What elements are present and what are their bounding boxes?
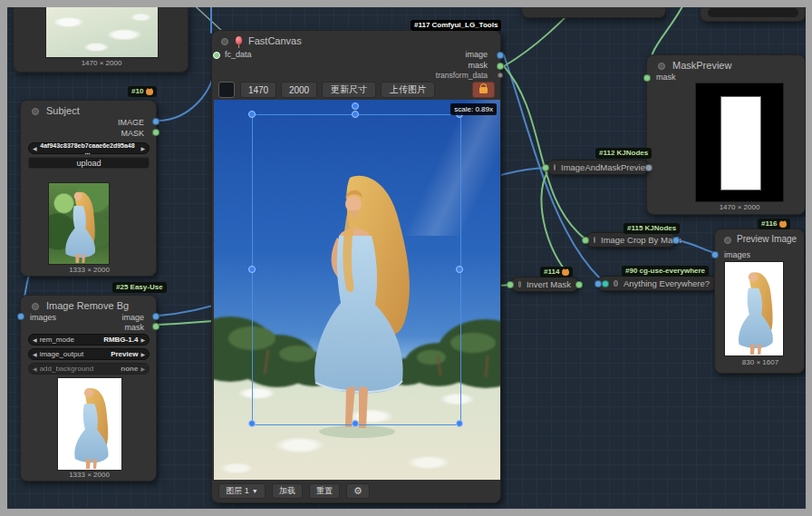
node-title: Image Crop By Mask [601, 235, 682, 245]
load-button[interactable]: 加载 [272, 483, 303, 499]
node-fastcanvas[interactable]: FastCanvas fc_data image mask transform_… [211, 30, 501, 503]
water-texture-preview [46, 7, 158, 57]
lock-icon [479, 87, 488, 93]
invert-input-dot[interactable] [507, 281, 514, 288]
input-dot-mask[interactable] [643, 74, 651, 82]
rem-mode-combo[interactable]: ◀ rem_mode RMBG-1.4 ▶ [28, 334, 150, 346]
scale-indicator: scale: 0.89x [450, 103, 497, 115]
node-water-crop-preview[interactable]: 1470 × 2000 [13, 5, 188, 73]
badge-text: #114 [544, 268, 559, 277]
widget-value: RMBG-1.4 [74, 336, 139, 344]
output-dot-mask[interactable] [152, 323, 160, 330]
badge-text: #10 [131, 87, 143, 96]
node-cutoff-top-right[interactable] [700, 5, 806, 22]
output-label-mask: mask [468, 61, 488, 70]
handle-mid-right[interactable] [456, 266, 463, 273]
handle-top-center[interactable] [352, 111, 359, 118]
removebg-figure-art [58, 378, 121, 470]
crop-output-dot[interactable] [672, 237, 680, 244]
output-label-image: IMAGE [118, 118, 144, 127]
iamp-output-dot[interactable] [645, 164, 652, 171]
node-subject[interactable]: Subject IMAGE MASK ◀ 4af943c8378eb7caae6… [20, 100, 157, 277]
settings-button[interactable]: ⚙ [346, 483, 370, 499]
add-background-combo[interactable]: ◀ add_background none ▶ [28, 363, 150, 375]
handle-top-left[interactable] [248, 111, 256, 118]
reset-button[interactable]: 重置 [309, 483, 340, 499]
preview-figure-art [725, 262, 783, 355]
canvas-height-input[interactable]: 2000 [281, 82, 317, 98]
color-swatch[interactable] [218, 82, 235, 98]
comfyui-graph-workspace[interactable]: 1470 × 2000 #10 Subject IMAGE MASK ◀ 4af… [0, 0, 812, 516]
collapse-dot[interactable] [658, 63, 665, 70]
node-title: MaskPreview [672, 60, 731, 71]
invert-output-dot[interactable] [575, 281, 583, 288]
anything-input-dot-1[interactable] [594, 280, 602, 287]
node-cutoff-top-center[interactable] [521, 5, 666, 18]
collapse-dot[interactable] [554, 164, 556, 170]
combo-left-arrow-icon[interactable]: ◀ [33, 351, 37, 357]
mask-image-preview [696, 83, 783, 201]
input-label-images: images [30, 313, 56, 322]
input-dot-images[interactable] [17, 313, 24, 320]
upload-image-button[interactable]: 上传图片 [381, 82, 435, 98]
input-dot-fc-data[interactable] [213, 52, 220, 59]
handle-mid-left[interactable] [248, 266, 256, 273]
load-button-label: 加载 [279, 485, 295, 497]
node-image-and-mask-preview[interactable]: ImageAndMaskPreview [546, 160, 649, 175]
output-dot-transform-data[interactable] [498, 73, 503, 78]
node-invert-mask[interactable]: Invert Mask [510, 277, 579, 292]
node-title: Subject [46, 105, 80, 116]
upload-button[interactable]: upload [28, 157, 150, 169]
output-label-mask: MASK [121, 129, 144, 138]
collapse-dot[interactable] [518, 281, 521, 287]
collapse-dot[interactable] [32, 303, 39, 310]
collapse-dot[interactable] [614, 280, 618, 287]
transform-selection-box[interactable] [252, 114, 461, 425]
output-dot-mask[interactable] [152, 129, 160, 136]
lock-button[interactable] [472, 82, 495, 98]
window-frame-right [806, 0, 812, 516]
combo-left-arrow-icon[interactable]: ◀ [33, 336, 37, 343]
iamp-input-dot[interactable] [542, 164, 549, 171]
update-size-button[interactable]: 更新尺寸 [322, 82, 376, 98]
window-frame-bottom [0, 509, 812, 516]
collapse-dot[interactable] [221, 38, 228, 45]
rotate-handle[interactable] [352, 102, 359, 110]
fastcanvas-viewport[interactable]: scale: 0.89x [214, 100, 500, 480]
node-mask-preview[interactable]: MaskPreview mask 1470 × 2000 [646, 54, 806, 215]
anything-input-dot-2[interactable] [602, 280, 609, 287]
layer-select-dropdown[interactable]: 图层 1 ▼ [218, 483, 266, 499]
collapse-dot[interactable] [594, 237, 595, 243]
node-id-badge-25: #25 Easy-Use [112, 282, 167, 293]
output-dot-mask[interactable] [497, 63, 504, 70]
node-preview-image[interactable]: Preview Image images 830 × 1607 [714, 229, 805, 374]
output-dot-image[interactable] [152, 118, 160, 125]
collapse-dot[interactable] [724, 237, 731, 244]
combo-right-arrow-icon[interactable]: ▶ [140, 351, 145, 357]
node-anything-everywhere[interactable]: Anything Everywhere? [596, 276, 718, 291]
gear-icon: ⚙ [353, 485, 362, 497]
handle-bottom-center[interactable] [352, 420, 359, 427]
widget-name: rem_mode [40, 336, 74, 344]
crop-input-dot[interactable] [582, 237, 589, 244]
combo-left-arrow-icon[interactable]: ◀ [33, 365, 37, 372]
chevron-down-icon: ▼ [252, 488, 258, 494]
canvas-height-value: 2000 [289, 85, 309, 95]
image-output-combo[interactable]: ◀ image_output Preview ▶ [28, 348, 150, 360]
output-dot-image[interactable] [152, 313, 160, 320]
input-dot-images[interactable] [711, 251, 719, 258]
collapse-dot[interactable] [32, 108, 39, 115]
node-image-crop-by-mask[interactable]: Image Crop By Mask [585, 232, 676, 248]
combo-right-arrow-icon[interactable]: ▶ [140, 365, 145, 372]
node-title: Anything Everywhere? [624, 278, 710, 288]
handle-bottom-left[interactable] [248, 420, 256, 427]
badge-text: #25 Easy-Use [116, 283, 163, 292]
combo-right-arrow-icon[interactable]: ▶ [140, 145, 145, 151]
node-image-remove-bg[interactable]: Image Remove Bg images image mask ◀ rem_… [20, 295, 157, 482]
canvas-width-input[interactable]: 1470 [240, 82, 276, 98]
combo-value: 4af943c8378eb7caae6e2d95a48 ... [37, 142, 139, 155]
output-dot-image[interactable] [497, 52, 504, 59]
image-combo-widget[interactable]: ◀ 4af943c8378eb7caae6e2d95a48 ... ▶ [28, 142, 150, 154]
handle-bottom-right[interactable] [456, 420, 463, 427]
combo-right-arrow-icon[interactable]: ▶ [140, 336, 145, 343]
